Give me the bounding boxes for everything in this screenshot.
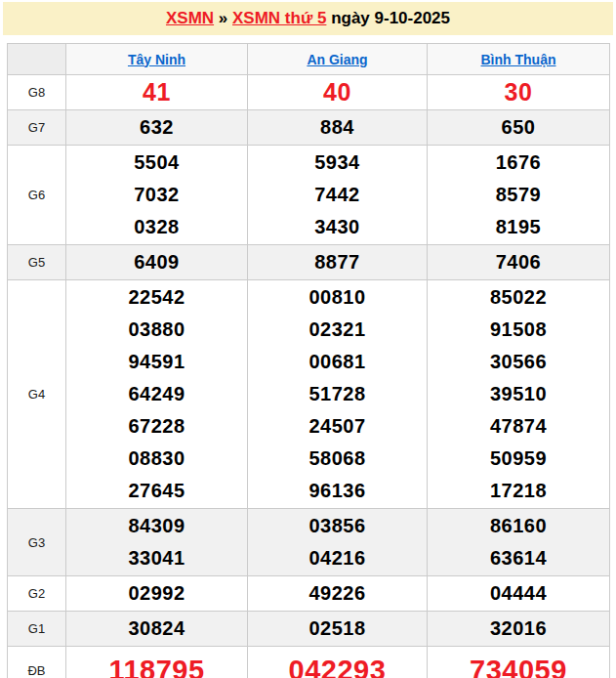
prize-value: 39510 [428,378,609,410]
prize-row-ĐB: ĐB118795042293734059 [8,647,610,678]
prize-label: G2 [8,576,66,612]
prize-value: 94591 [66,346,247,378]
prize-value: 03856 [248,510,427,542]
prize-row-G3: G3843093304103856042168616063614 [8,509,610,576]
prize-value: 650 [428,111,609,144]
prize-row-G5: G5640988777406 [8,245,610,280]
prize-value: 7032 [66,179,247,211]
prize-value: 67228 [66,410,247,443]
prize-value: 27645 [66,475,247,507]
prize-cell-G2-col2: 04444 [428,576,610,612]
xsmn-draw-link[interactable]: XSMN thứ 5 [232,9,326,28]
prize-row-G1: G1308240251832016 [8,612,610,647]
prize-value: 02992 [66,577,247,610]
province-link-1[interactable]: An Giang [307,52,367,67]
prize-row-G8: G8414030 [8,75,610,110]
prize-value: 30566 [428,346,609,378]
prize-value: 0328 [66,211,247,243]
prize-value: 02518 [248,613,427,645]
prize-value: 30 [428,76,609,108]
prize-cell-ĐB-col1: 042293 [248,647,428,678]
prize-value: 04444 [428,577,609,610]
prize-value: 04216 [248,542,427,574]
prize-cell-G5-col0: 6409 [66,245,248,280]
prize-cell-G1-col2: 32016 [428,612,610,647]
prize-cell-G6-col0: 550470320328 [66,146,248,245]
prize-value: 118795 [66,648,247,678]
prize-value: 00681 [248,346,427,378]
prize-value: 30824 [66,613,247,645]
xsmn-breadcrumb-link[interactable]: XSMN [166,9,214,28]
results-body: G8414030G7632884650G65504703203285934744… [8,75,610,678]
prize-cell-G3-col1: 0385604216 [248,509,428,576]
prize-cell-G3-col0: 8430933041 [66,509,248,576]
prize-value: 32016 [428,613,609,645]
prize-cell-G7-col0: 632 [66,110,248,146]
prize-value: 33041 [66,542,247,574]
prize-row-G6: G6550470320328593474423430167685798195 [8,146,610,245]
prize-label: G4 [8,280,66,509]
prize-value: 1676 [428,147,609,179]
prize-cell-G3-col2: 8616063614 [428,509,610,576]
prize-value: 7442 [248,179,427,211]
prize-value: 00810 [248,281,427,314]
prize-cell-G4-col1: 00810023210068151728245075806896136 [248,280,428,509]
prize-value: 7406 [428,246,609,278]
prize-value: 02321 [248,314,427,346]
prize-row-G7: G7632884650 [8,110,610,146]
prize-value: 91508 [428,314,609,346]
prize-label: G6 [8,146,66,245]
province-header-cell-0: Tây Ninh [66,44,248,75]
draw-date-text: ngày 9-10-2025 [331,9,450,28]
prize-cell-G8-col1: 40 [248,75,428,110]
prize-cell-ĐB-col0: 118795 [66,647,248,678]
prize-value: 08830 [66,443,247,475]
prize-value: 17218 [428,475,609,507]
prize-cell-G7-col2: 650 [428,110,610,146]
prize-cell-G8-col2: 30 [428,75,610,110]
province-link-2[interactable]: Bình Thuận [481,52,556,67]
prize-value: 64249 [66,378,247,410]
prize-label: G7 [8,110,66,146]
prize-value: 3430 [248,211,427,243]
prize-cell-ĐB-col2: 734059 [428,647,610,678]
corner-cell [8,44,66,75]
prize-value: 96136 [248,475,427,507]
prize-label: ĐB [8,647,66,678]
prize-label: G5 [8,245,66,280]
prize-cell-G5-col2: 7406 [428,245,610,280]
prize-value: 734059 [428,648,609,678]
breadcrumb-separator-glyph: » [219,9,227,28]
results-table: Tây NinhAn GiangBình Thuận G8414030G7632… [7,43,610,678]
prize-row-G4: G422542038809459164249672280883027645008… [8,280,610,509]
prize-value: 51728 [248,378,427,410]
prize-value: 6409 [66,246,247,278]
prize-row-G2: G2029924922604444 [8,576,610,612]
prize-cell-G2-col1: 49226 [248,576,428,612]
prize-value: 632 [66,111,247,144]
prize-value: 22542 [66,281,247,314]
prize-value: 8195 [428,211,609,243]
prize-value: 63614 [428,542,609,574]
prize-value: 5934 [248,147,427,179]
prize-value: 58068 [248,443,427,475]
prize-cell-G4-col2: 85022915083056639510478745095917218 [428,280,610,509]
prize-value: 50959 [428,443,609,475]
prize-label: G3 [8,509,66,576]
prize-cell-G8-col0: 41 [66,75,248,110]
prize-value: 49226 [248,577,427,610]
prize-cell-G6-col1: 593474423430 [248,146,428,245]
prize-cell-G1-col0: 30824 [66,612,248,647]
prize-cell-G6-col2: 167685798195 [428,146,610,245]
prize-cell-G2-col0: 02992 [66,576,248,612]
prize-value: 41 [66,76,247,108]
province-link-0[interactable]: Tây Ninh [128,52,185,67]
province-header-cell-1: An Giang [248,44,428,75]
prize-value: 03880 [66,314,247,346]
prize-value: 86160 [428,510,609,542]
prize-value: 8877 [248,246,427,278]
page-title-band: XSMN » XSMN thứ 5 ngày 9-10-2025 [3,2,613,35]
prize-value: 24507 [248,410,427,443]
prize-value: 85022 [428,281,609,314]
prize-value: 47874 [428,410,609,443]
